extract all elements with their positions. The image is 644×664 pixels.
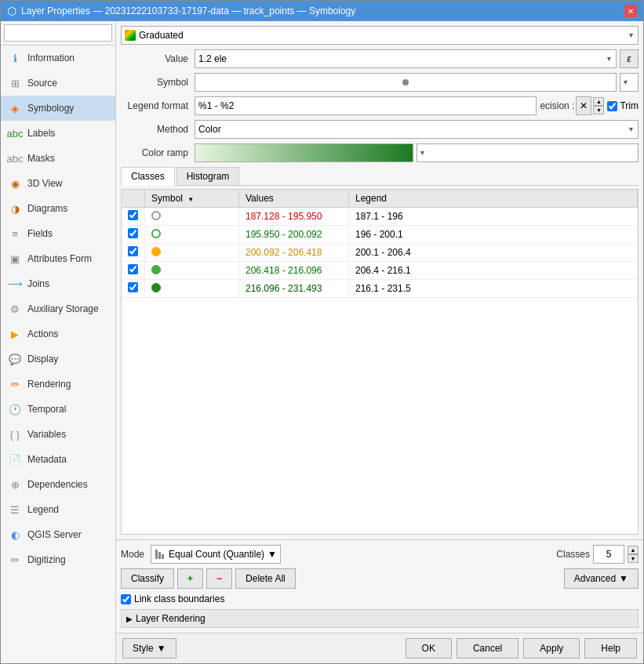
sidebar-item-diagrams[interactable]: ◑ Diagrams	[1, 196, 115, 221]
title-bar-left: ⬡ Layer Properties — 20231222103733-1719…	[7, 5, 355, 17]
row-values-cell: 187.128 - 195.950	[239, 208, 349, 226]
sidebar-label-qgisserver: QGIS Server	[27, 529, 82, 540]
buttons-row: Classify + − Delete All Advanced ▼	[121, 568, 639, 589]
delete-all-button[interactable]: Delete All	[235, 568, 296, 589]
sidebar-icon-information: ℹ	[7, 50, 23, 66]
sidebar-item-fields[interactable]: ≡ Fields	[1, 221, 115, 246]
th-values[interactable]: Values	[239, 190, 349, 208]
row-legend-cell: 196 - 200.1	[349, 226, 638, 244]
row-checkbox-2[interactable]	[128, 246, 138, 256]
renderer-dropdown[interactable]: Graduated ▼	[121, 26, 639, 45]
close-button[interactable]: ✕	[624, 5, 637, 17]
link-class-checkbox[interactable]	[121, 594, 131, 604]
sidebar-item-temporal[interactable]: 🕐 Temporal	[1, 397, 115, 422]
mode-dropdown[interactable]: Equal Count (Quantile) ▼	[151, 545, 281, 564]
sidebar-icon-legend: ☰	[7, 502, 23, 517]
sidebar-label-digitizing: Digitizing	[27, 554, 66, 565]
sidebar-item-metadata[interactable]: 📄 Metadata	[1, 447, 115, 472]
value-selected: 1.2 ele	[198, 53, 227, 64]
symbol-preview[interactable]	[195, 73, 617, 92]
spin-down-btn[interactable]: ▼	[593, 106, 604, 114]
sidebar-item-joins[interactable]: ⟶ Joins	[1, 271, 115, 296]
table-row[interactable]: 200.092 - 206.418 200.1 - 206.4	[122, 244, 638, 262]
sidebar-item-labels[interactable]: abc Labels	[1, 121, 115, 146]
sidebar-item-legend[interactable]: ☰ Legend	[1, 497, 115, 522]
sidebar-item-qgisserver[interactable]: ◐ QGIS Server	[1, 522, 115, 547]
sidebar-item-auxiliary[interactable]: ⚙ Auxiliary Storage	[1, 296, 115, 321]
advanced-button[interactable]: Advanced ▼	[564, 568, 639, 589]
table-row[interactable]: 195.950 - 200.092 196 - 200.1	[122, 226, 638, 244]
table-row[interactable]: 187.128 - 195.950 187.1 - 196	[122, 208, 638, 226]
sidebar-item-3dview[interactable]: ◉ 3D View	[1, 171, 115, 196]
layer-rendering-header[interactable]: ▶ Layer Rendering	[121, 609, 639, 628]
apply-button[interactable]: Apply	[523, 638, 580, 659]
minus-icon: −	[216, 573, 222, 584]
sidebar-item-dependencies[interactable]: ⊕ Dependencies	[1, 472, 115, 497]
advanced-arrow: ▼	[619, 573, 628, 584]
sidebar-item-attributesform[interactable]: ▣ Attributes Form	[1, 246, 115, 271]
table-header-row: Symbol ▼ Values Legend	[122, 190, 638, 208]
sidebar-icon-joins: ⟶	[7, 276, 23, 292]
sidebar-item-information[interactable]: ℹ Information	[1, 45, 115, 71]
row-checkbox-3[interactable]	[128, 264, 138, 274]
row-checkbox-4[interactable]	[128, 282, 138, 292]
row-check-cell	[122, 208, 145, 226]
tab-classes[interactable]: Classes	[121, 167, 175, 186]
sidebar-item-rendering[interactable]: ✏ Rendering	[1, 372, 115, 397]
spin-up-btn[interactable]: ▲	[593, 97, 604, 106]
sidebar-item-display[interactable]: 💬 Display	[1, 347, 115, 372]
symbol-arrow-btn[interactable]: ▼	[620, 73, 639, 92]
footer: Style ▼ OK Cancel Apply Help	[116, 633, 643, 663]
sidebar-label-legend: Legend	[27, 504, 59, 515]
sidebar-icon-masks: abc	[7, 151, 23, 166]
precision-clear-btn[interactable]: ✕	[576, 96, 591, 115]
remove-class-button[interactable]: −	[206, 568, 232, 589]
th-legend[interactable]: Legend	[349, 190, 638, 208]
style-arrow: ▼	[157, 643, 166, 654]
panel: Graduated ▼ Value 1.2 ele ▼ ε S	[116, 21, 643, 663]
sidebar-item-source[interactable]: ⊞ Source	[1, 71, 115, 96]
link-class-label: Link class boundaries	[134, 593, 224, 604]
legend-format-input[interactable]	[195, 96, 537, 115]
add-class-button[interactable]: +	[177, 568, 203, 589]
classes-spin-down[interactable]: ▼	[628, 554, 639, 563]
color-ramp-arrow-btn[interactable]: ▼	[417, 143, 639, 162]
classes-spin-up[interactable]: ▲	[628, 546, 639, 554]
sidebar-icon-actions: ▶	[7, 326, 23, 342]
row-checkbox-0[interactable]	[128, 210, 138, 220]
search-input[interactable]	[4, 24, 112, 42]
tab-histogram[interactable]: Histogram	[176, 167, 240, 185]
row-checkbox-1[interactable]	[128, 228, 138, 238]
sidebar-item-actions[interactable]: ▶ Actions	[1, 321, 115, 347]
classes-input[interactable]	[593, 545, 624, 564]
trim-checkbox[interactable]	[607, 101, 617, 111]
epsilon-button[interactable]: ε	[620, 49, 639, 68]
symbol-dropdown-arrow[interactable]: ▼	[620, 73, 639, 92]
classify-button[interactable]: Classify	[121, 568, 174, 589]
sidebar-item-symbology[interactable]: ◈ Symbology	[1, 96, 115, 121]
help-button[interactable]: Help	[584, 638, 637, 659]
cancel-button[interactable]: Cancel	[457, 638, 518, 659]
sidebar: ℹ Information ⊞ Source ◈ Symbology abc L…	[1, 21, 116, 663]
method-dropdown[interactable]: Color ▼	[195, 120, 639, 139]
table-row[interactable]: 206.418 - 216.096 206.4 - 216.1	[122, 262, 638, 280]
color-ramp-preview[interactable]	[195, 143, 413, 162]
ok-button[interactable]: OK	[406, 638, 452, 659]
sidebar-item-masks[interactable]: abc Masks	[1, 146, 115, 171]
th-symbol[interactable]: Symbol ▼	[145, 190, 239, 208]
sidebar-item-variables[interactable]: { } Variables	[1, 422, 115, 447]
table-row[interactable]: 216.096 - 231.493 216.1 - 231.5	[122, 280, 638, 298]
sidebar-item-digitizing[interactable]: ✏ Digitizing	[1, 547, 115, 572]
style-label: Style	[133, 643, 154, 654]
symbol-label: Symbol	[121, 77, 191, 88]
sidebar-items: ℹ Information ⊞ Source ◈ Symbology abc L…	[1, 45, 115, 572]
sidebar-icon-source: ⊞	[7, 75, 23, 91]
style-button[interactable]: Style ▼	[122, 638, 176, 659]
sidebar-label-information: Information	[27, 53, 75, 63]
value-dropdown[interactable]: 1.2 ele ▼	[195, 49, 617, 68]
classes-label: Classes	[556, 549, 590, 560]
link-row: Link class boundaries	[121, 593, 639, 604]
sidebar-label-display: Display	[27, 354, 58, 365]
sidebar-icon-auxiliary: ⚙	[7, 301, 23, 317]
graduated-icon	[125, 30, 136, 41]
